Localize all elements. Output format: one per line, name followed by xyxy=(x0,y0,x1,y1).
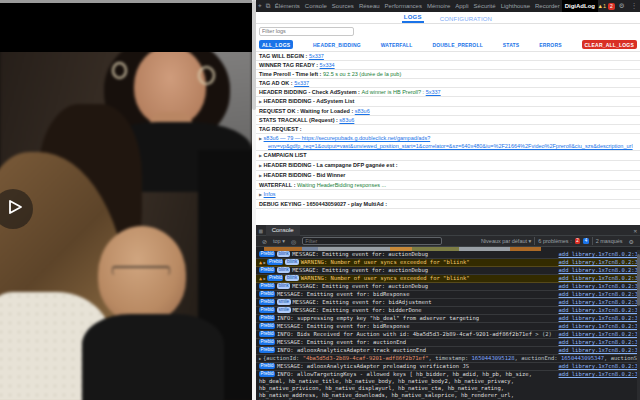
source-link[interactable]: add_library.1x7cn8.0.2:3 xyxy=(559,299,638,306)
log-link[interactable]: 5x337 xyxy=(426,89,441,95)
log-link[interactable]: s83u6 xyxy=(339,117,354,123)
console-settings-gear-icon[interactable]: ⚙ xyxy=(626,238,637,245)
source-link[interactable]: add_library.1x7cn8.0.2:3 xyxy=(559,251,638,258)
log-link[interactable]: Infos xyxy=(264,191,276,197)
devtools-tab-strip: ÉlémentsConsoleSourcesRéseauPerformances… xyxy=(272,0,562,12)
console-row: PrebidMESSAGE: Emitting event for: bidRe… xyxy=(256,291,640,299)
log-link[interactable]: s83u6 xyxy=(355,108,370,114)
subtab-configuration[interactable]: CONFIGURATION xyxy=(438,16,495,23)
console-sidebar-icon[interactable]: ▥ xyxy=(256,227,266,234)
tab-console-drawer[interactable]: Console xyxy=(266,225,300,236)
expand-caret[interactable]: ▶ xyxy=(264,259,266,266)
tab-e-le-ments[interactable]: Éléments xyxy=(272,0,302,12)
inspect-icon[interactable]: ⌖ xyxy=(256,2,264,10)
earring-left xyxy=(112,62,127,79)
log-row: STATS TRACKALL (Request) : s83u6 xyxy=(256,116,640,125)
device-toolbar-icon[interactable]: ⧉ xyxy=(264,2,273,10)
expand-caret[interactable]: ▶ xyxy=(264,275,266,282)
hidden-messages-label[interactable]: 2 masqués xyxy=(596,238,623,244)
console-filter-input[interactable] xyxy=(302,237,442,245)
adlog-filter-input[interactable] xyxy=(259,27,354,36)
log-text: HEADER BIDDING - AdSystem List xyxy=(264,98,355,104)
expand-caret[interactable]: ▶ xyxy=(259,99,262,104)
source-link[interactable]: add_library.1x7cn8.0.2:3 xyxy=(559,275,638,282)
source-link[interactable]: add_library.1x7cn8.0.2:3 xyxy=(559,283,638,290)
message-text: , timestamp: xyxy=(429,355,472,361)
adlog-log-list: TAG WILL BEGIN : 5x337WINNER TAG READY :… xyxy=(256,51,640,209)
tab-console[interactable]: Console xyxy=(302,0,329,12)
log-levels-dropdown[interactable]: Niveaux par défaut ▾ xyxy=(481,238,531,244)
stats-button[interactable]: STATS xyxy=(503,42,520,48)
error-count-badge[interactable]: 2 xyxy=(608,3,615,10)
source-link[interactable]: add_library.1x7cn8.0.2:3 xyxy=(559,323,638,330)
log-link[interactable]: 5x334 xyxy=(320,62,335,68)
log-link[interactable]: env=vp&gdfp_req=1&output=vast&unviewed_p… xyxy=(268,143,638,150)
close-drawer-icon[interactable]: ✕ xyxy=(630,227,640,234)
message-text: INFO: allowTargetingKeys - allowed keys … xyxy=(259,371,532,400)
subtab-logs[interactable]: LOGS xyxy=(402,14,424,23)
console-toolbar: ⊘ top ▾ ◎ Niveaux par défaut ▾ 6 problèm… xyxy=(256,236,640,247)
waterfall-button[interactable]: WATERFALL xyxy=(381,42,413,48)
clear-console-icon[interactable]: ⊘ xyxy=(259,238,270,245)
log-row: Time Preroll - Time left : 92.5 s ou ± 2… xyxy=(256,70,640,79)
tab-re-seau[interactable]: Réseau xyxy=(356,0,382,12)
clear-all-logs-button[interactable]: CLEAR_ALL_LOGS xyxy=(582,40,637,49)
double-preroll-button[interactable]: DOUBLE_PREROLL xyxy=(432,42,483,48)
expand-caret[interactable]: ▶ xyxy=(259,192,262,197)
message-text: 1650443095128 xyxy=(472,355,515,361)
tab-lighthouse[interactable]: Lighthouse xyxy=(498,0,532,12)
log-text: Waiting HeaderBidding responses ... xyxy=(297,182,386,188)
log-row: ▶s83u6 — 79 — https://securepubads.g.dou… xyxy=(256,134,640,151)
settings-gear-icon[interactable]: ⚙ xyxy=(617,2,627,10)
source-link[interactable]: add_library.1x7cn8.0.2:3 xyxy=(559,363,638,370)
expand-caret[interactable]: ▶ xyxy=(259,153,262,158)
kebab-menu-icon[interactable]: ⋮ xyxy=(629,2,640,10)
video-player[interactable] xyxy=(0,0,252,400)
warning-icon: ▲ xyxy=(259,275,262,282)
source-link[interactable]: add_library.1x7cn8.0.2:3 xyxy=(559,291,638,298)
source-link[interactable]: add_library.1x7cn8.0.2:3 xyxy=(559,339,638,346)
prebid-badge: Prebid xyxy=(259,315,275,321)
console-row: PrebidINFO: adlooxAnalyticsAdapter track… xyxy=(256,347,640,355)
source-link[interactable]: add_library.1x7cn8.0.2:3 xyxy=(559,331,638,338)
log-link[interactable]: s83u6 — 79 — https://securepubads.g.doub… xyxy=(264,135,431,141)
all-logs-button[interactable]: ALL_LOGS xyxy=(259,40,293,49)
prebid-badge: Prebid xyxy=(267,275,283,281)
log-row: TAG WILL BEGIN : 5x337 xyxy=(256,52,640,61)
expand-caret[interactable]: ▶ xyxy=(259,136,262,141)
context-selector[interactable]: top ▾ xyxy=(273,238,285,244)
errors-button[interactable]: ERRORS xyxy=(539,42,562,48)
log-link[interactable]: 5x337 xyxy=(294,80,309,86)
tab-digiadlog[interactable]: DigiAdLog xyxy=(562,0,597,12)
tab-performances[interactable]: Performances xyxy=(382,0,424,12)
console-row: ▲▶PrebidbliinkWARNING: Number of user sy… xyxy=(256,275,640,283)
warning-count-badge[interactable]: ▲1 xyxy=(598,3,607,9)
tab-appli[interactable]: Appli xyxy=(453,0,471,12)
tab-recorder[interactable]: Recorder xyxy=(532,0,562,12)
log-row: WATERFALL : Waiting HeaderBidding respon… xyxy=(256,181,640,190)
earring-right xyxy=(198,66,215,85)
expand-caret[interactable]: ▶ xyxy=(259,163,262,168)
log-link[interactable]: 5x337 xyxy=(309,53,324,59)
header-bidding-button[interactable]: HEADER_BIDDING xyxy=(313,42,361,48)
expand-caret[interactable]: ▶ xyxy=(259,173,262,178)
tab-sources[interactable]: Sources xyxy=(329,0,356,12)
source-link[interactable]: add_library.1x7cn8.0.2:3 xyxy=(559,267,638,274)
source-link[interactable]: add_library.1x7cn8.0.2:3 xyxy=(559,259,638,266)
log-text: HEADER BIDDING - Bid Winner xyxy=(264,172,346,178)
prebid-badge: Prebid xyxy=(259,323,275,329)
expand-caret[interactable]: ▶ xyxy=(259,355,261,362)
tab-se-curite[interactable]: Sécurité xyxy=(471,0,498,12)
source-link[interactable]: add_library.1x7cn8.0.2:3 xyxy=(559,347,638,354)
source-link[interactable]: add_library.1x7cn8.0.2:3 xyxy=(559,307,638,314)
source-link[interactable]: add_library.1x7cn8.0.2:3 xyxy=(559,315,638,322)
problems-label[interactable]: 6 problèmes : xyxy=(538,238,571,244)
source-link[interactable]: add_library.1x7cn8.0.2:3 xyxy=(559,371,638,378)
message-text: MESSAGE: Emitting event for: bidResponse xyxy=(277,323,409,329)
message-text: MESSAGE: Emitting event for: bidResponse xyxy=(277,291,409,297)
message-text: INFO: Bids Received for Auction with id:… xyxy=(277,331,532,337)
log-text: Ad winner is HB Preroll? : xyxy=(361,89,425,95)
tab-me-moire[interactable]: Mémoire xyxy=(424,0,452,12)
eye-icon[interactable]: ◎ xyxy=(288,238,299,245)
console-message: PrebidINFO: allowTargetingKeys - allowed… xyxy=(259,371,556,400)
